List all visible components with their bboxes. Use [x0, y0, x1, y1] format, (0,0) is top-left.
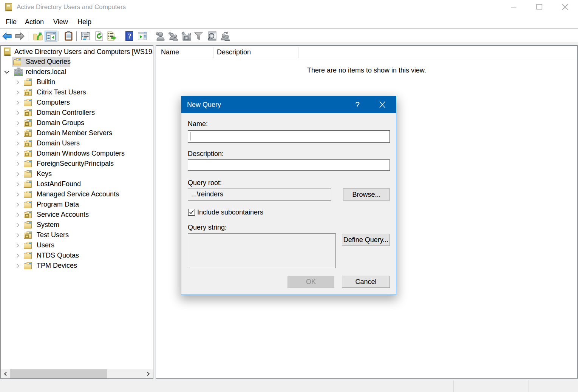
svg-text:?: ?: [128, 32, 131, 40]
